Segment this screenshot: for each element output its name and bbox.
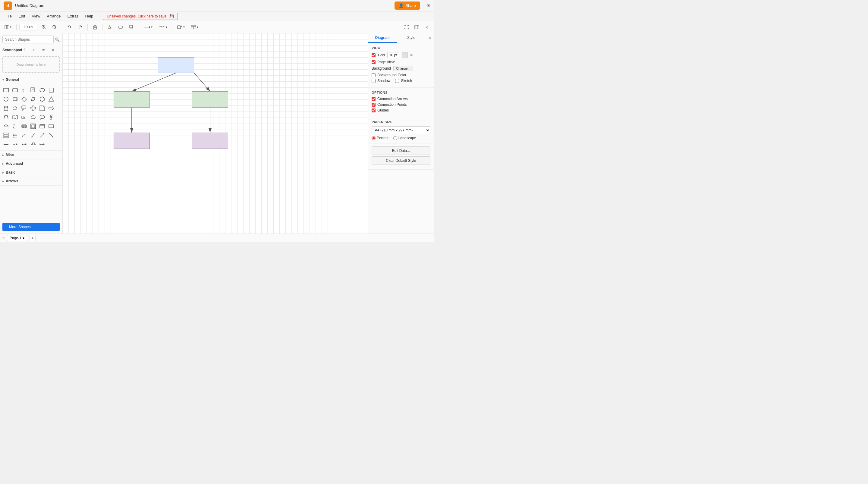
search-input[interactable]	[2, 36, 54, 43]
shape-bot-right[interactable]	[192, 132, 228, 149]
grid-checkbox[interactable]	[372, 53, 375, 57]
shape-bot-left[interactable]	[114, 132, 150, 149]
shape-trapezoid[interactable]	[2, 113, 10, 121]
shape-curve[interactable]	[20, 131, 28, 140]
guides-label[interactable]: Guides	[377, 108, 389, 113]
shape-arrow-right[interactable]	[47, 104, 56, 113]
paper-size-select[interactable]: A4 (210 mm x 297 mm) A3 (297 mm x 420 mm…	[372, 126, 430, 134]
shape-crescent[interactable]	[11, 122, 19, 130]
shape-ellipse[interactable]	[38, 86, 46, 94]
menu-arrange[interactable]: Arrange	[44, 13, 64, 20]
scratchpad-edit-icon[interactable]: ✏	[42, 48, 50, 52]
shape-top[interactable]	[158, 57, 194, 73]
shadow-label[interactable]: Shadow	[377, 79, 390, 83]
section-basic-header[interactable]: Basic	[0, 168, 62, 177]
add-shape-button[interactable]: ▾	[175, 23, 187, 31]
shape-person[interactable]	[47, 113, 56, 121]
shape-table-cell[interactable]	[47, 122, 56, 130]
sidebar-toggle-button[interactable]: ▾	[2, 23, 13, 31]
zoom-in-button[interactable]	[39, 23, 48, 31]
table-button[interactable]: ▾	[189, 23, 200, 31]
shape-stadium[interactable]	[20, 122, 28, 130]
shape-process[interactable]	[11, 95, 19, 103]
theme-icon[interactable]: ☀	[426, 3, 430, 8]
unsaved-banner[interactable]: Unsaved changes. Click here to save. 💾	[103, 13, 178, 20]
edit-data-button[interactable]: Edit Data...	[372, 147, 430, 155]
connection-points-checkbox[interactable]	[372, 103, 375, 107]
shape-dash-arrow[interactable]	[11, 140, 19, 149]
shape-cylinder[interactable]	[2, 104, 10, 113]
shape-cross[interactable]	[29, 104, 37, 113]
scratchpad-add-icon[interactable]: +	[33, 48, 41, 52]
collapse-button[interactable]	[423, 23, 432, 31]
shape-folded[interactable]	[38, 104, 46, 113]
shape-circle[interactable]	[2, 95, 10, 103]
fill-color-button[interactable]	[105, 23, 114, 31]
menu-view[interactable]: View	[29, 13, 43, 20]
line-color-button[interactable]	[116, 23, 125, 31]
connection-arrows-checkbox[interactable]	[372, 97, 375, 101]
landscape-radio[interactable]	[393, 136, 397, 140]
share-button[interactable]: 👤 Share	[395, 1, 420, 10]
canvas-grid[interactable]	[62, 33, 368, 234]
shape-parallelogram[interactable]	[29, 95, 37, 103]
shape-triangle[interactable]	[47, 95, 56, 103]
clear-default-style-button[interactable]: Clear Default Style	[372, 156, 430, 165]
menu-file[interactable]: File	[2, 13, 15, 20]
page-view-checkbox[interactable]	[372, 60, 375, 64]
shape-rect-rounded[interactable]	[11, 86, 19, 94]
tab-diagram[interactable]: Diagram	[368, 33, 397, 43]
shape-square[interactable]	[47, 86, 56, 94]
page-menu-icon[interactable]: ≡	[2, 236, 4, 240]
background-color-label[interactable]: Background Color	[377, 73, 406, 77]
sketch-label[interactable]: Sketch	[401, 79, 412, 83]
portrait-option[interactable]: Portrait	[372, 136, 389, 140]
menu-extras[interactable]: Extras	[64, 13, 82, 20]
fullscreen-button[interactable]	[402, 23, 411, 31]
shape-wave[interactable]	[11, 113, 19, 121]
redo-button[interactable]	[76, 23, 85, 31]
shape-dbl-dash-arrow[interactable]	[20, 140, 28, 149]
shape-diamond[interactable]	[20, 95, 28, 103]
menu-help[interactable]: Help	[82, 13, 96, 20]
shape-arrow-horiz[interactable]	[38, 140, 46, 149]
shape-rounded-rect2[interactable]	[29, 113, 37, 121]
section-general-header[interactable]: General	[0, 75, 62, 84]
shape-note[interactable]	[29, 86, 37, 94]
section-misc-header[interactable]: Misc	[0, 151, 62, 159]
shape-s-curve[interactable]	[29, 131, 37, 140]
shape-step[interactable]	[20, 113, 28, 121]
drag-zone[interactable]: Drag elements here	[2, 56, 60, 72]
grid-size-input[interactable]	[387, 52, 399, 58]
zoom-out-button[interactable]	[50, 23, 59, 31]
guides-checkbox[interactable]	[372, 109, 375, 113]
menu-edit[interactable]: Edit	[16, 13, 28, 20]
shape-mid-left[interactable]	[114, 91, 150, 108]
connection-arrows-label[interactable]: Connection Arrows	[377, 97, 408, 101]
shape-list-bullet[interactable]	[11, 131, 19, 140]
panels-button[interactable]	[412, 23, 421, 31]
connection-points-label[interactable]: Connection Points	[377, 102, 407, 107]
shape-landscape[interactable]	[38, 122, 46, 130]
shape-rect-small[interactable]	[2, 86, 10, 94]
undo-button[interactable]	[65, 23, 74, 31]
shape-speech-bubble[interactable]	[38, 113, 46, 121]
sketch-checkbox[interactable]	[395, 79, 399, 83]
shape-connector[interactable]	[29, 140, 37, 149]
background-color-checkbox[interactable]	[372, 73, 375, 77]
shape-arrow-diag[interactable]	[38, 131, 46, 140]
add-page-button[interactable]: +	[30, 235, 36, 241]
shape-arrow-diag2[interactable]	[47, 131, 56, 140]
more-shapes-button[interactable]: + More Shapes	[2, 223, 60, 231]
shape-list[interactable]	[2, 131, 10, 140]
landscape-option[interactable]: Landscape	[393, 136, 416, 140]
shadow-checkbox[interactable]	[372, 79, 375, 83]
shape-cloud[interactable]	[11, 104, 19, 113]
grid-label[interactable]: Grid	[378, 53, 385, 57]
zoom-level[interactable]: 100%	[19, 24, 37, 30]
page-tab[interactable]: Page-1 ▾	[7, 235, 27, 241]
search-icon[interactable]: 🔍	[55, 37, 60, 42]
section-arrows-header[interactable]: Arrows	[0, 177, 62, 186]
shape-line[interactable]	[2, 140, 10, 149]
canvas[interactable]	[62, 33, 368, 234]
